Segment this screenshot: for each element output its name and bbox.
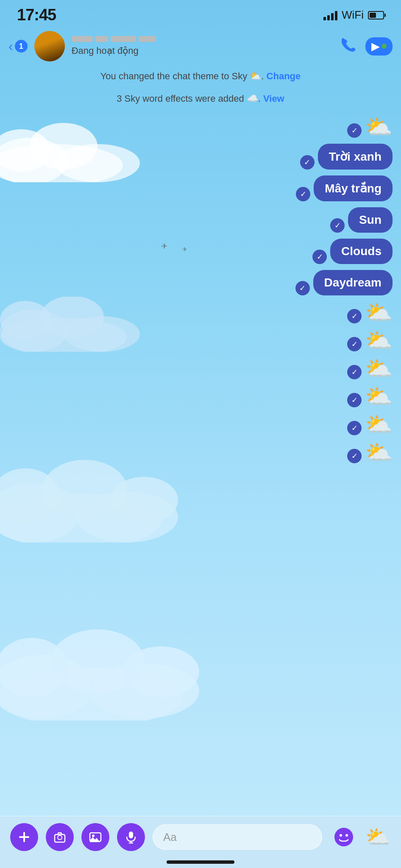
msg-check-4: ✓ [330,218,345,233]
sticker-recent: ⛅ [365,827,391,847]
message-row-5: ✓ Clouds [8,239,393,264]
input-placeholder: Aa [163,831,177,844]
signal-bar-1 [323,17,326,20]
message-input[interactable]: Aa [153,824,322,850]
message-row-4: ✓ Sun [8,207,393,233]
message-row-10: ✓ ⛅ [8,385,393,407]
system-message-effects: 3 Sky word effects were added ☁️. View [0,87,401,110]
message-row-12: ✓ ⛅ [8,441,393,463]
contact-name [72,36,335,43]
mic-button[interactable] [117,823,145,851]
svg-point-28 [92,835,95,837]
msg-bubble-maytrang: Mây trắng [314,175,393,201]
msg-check-6: ✓ [295,281,310,295]
view-link[interactable]: View [263,93,284,104]
mic-icon [124,830,138,844]
effects-text: 3 Sky word effects were added ☁️. [117,93,263,104]
contact-status: Đang hoạt động [72,45,335,56]
message-row-2: ✓ Trời xanh [8,144,393,170]
msg-emoji-4: ⛅ [365,357,393,379]
emoji-icon [334,827,354,847]
msg-check-7: ✓ [347,309,362,323]
battery-fill [370,13,376,18]
msg-check-8: ✓ [347,337,362,351]
msg-check-1: ✓ [347,123,362,138]
avatar-image [34,31,65,61]
name-block-2 [95,36,108,42]
msg-check-3: ✓ [296,187,310,201]
msg-emoji-3: ⛅ [365,329,393,351]
image-button[interactable] [81,823,109,851]
message-row-11: ✓ ⛅ [8,413,393,435]
toolbar-spacer [8,467,393,552]
msg-bubble-clouds: Clouds [330,239,393,264]
chevron-left-icon: ‹ [8,39,13,54]
msg-emoji-7: ⛅ [365,441,393,463]
msg-emoji-5: ⛅ [365,385,393,407]
theme-change-text: You changed the chat theme to Sky ⛅. [100,71,267,81]
change-link[interactable]: Change [267,71,301,81]
svg-rect-23 [19,836,29,838]
msg-check-12: ✓ [347,449,362,463]
msg-check-10: ✓ [347,393,362,407]
svg-point-32 [334,828,353,846]
plus-icon [17,830,31,844]
home-indicator [167,860,234,864]
camera-icon [53,830,67,844]
msg-bubble-sun: Sun [348,207,393,233]
signal-bar-4 [335,11,337,20]
svg-point-26 [58,836,61,839]
msg-bubble-daydream: Daydream [313,270,393,295]
name-block-4 [139,36,156,42]
contact-info: Đang hoạt động [72,36,335,56]
svg-rect-29 [129,832,133,838]
status-icons: WiFi [323,8,384,22]
battery-icon [368,11,384,19]
msg-check-5: ✓ [312,250,327,264]
signal-bar-2 [327,15,330,20]
msg-emoji-2: ⛅ [365,301,393,323]
video-icon: ▶ [371,40,380,53]
avatar[interactable] [34,31,65,61]
svg-point-33 [340,834,342,837]
name-block-3 [111,36,136,42]
msg-emoji-6: ⛅ [365,413,393,435]
back-badge: 1 [15,40,28,53]
cloud-deco-4 [0,627,208,721]
status-bar: 17:45 WiFi [0,0,401,28]
emoji-button[interactable] [330,823,358,851]
msg-check-9: ✓ [347,365,362,379]
status-time: 17:45 [17,6,56,24]
video-button[interactable]: ▶ [365,37,393,56]
name-block-1 [72,36,93,42]
message-row-3: ✓ Mây trắng [8,175,393,201]
phone-button[interactable] [342,37,357,56]
message-row-6: ✓ Daydream [8,270,393,295]
chat-area: ✓ ⛅ ✓ Trời xanh ✓ Mây trắng ✓ Sun ✓ Clou… [0,110,401,556]
camera-button[interactable] [46,823,74,851]
system-message-theme: You changed the chat theme to Sky ⛅. Cha… [0,65,401,87]
msg-emoji-1: ⛅ [365,116,393,138]
msg-check-2: ✓ [300,155,315,170]
nav-actions: ▶ [342,37,393,56]
plus-button[interactable] [10,823,38,851]
back-button[interactable]: ‹ 1 [8,39,28,54]
msg-bubble-troixanh: Trời xanh [318,144,393,170]
msg-check-11: ✓ [347,421,362,435]
message-row-1: ✓ ⛅ [8,116,393,138]
message-row-7: ✓ ⛅ [8,301,393,323]
wifi-icon: WiFi [342,8,364,22]
svg-point-21 [123,646,199,697]
nav-bar: ‹ 1 Đang hoạt động ▶ [0,28,401,65]
svg-point-34 [345,834,348,837]
live-indicator [382,44,387,49]
signal-icon [323,10,337,20]
message-row-8: ✓ ⛅ [8,329,393,351]
image-icon [89,830,102,844]
message-row-9: ✓ ⛅ [8,357,393,379]
signal-bar-3 [331,13,334,20]
